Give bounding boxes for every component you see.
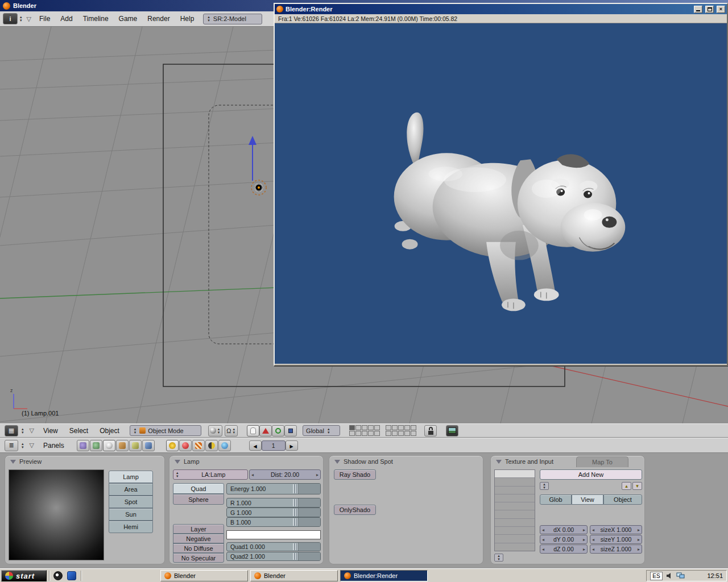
menu-view[interactable]: View bbox=[39, 427, 63, 435]
buttons-window-type-selector[interactable] bbox=[5, 440, 18, 451]
lamp-object[interactable] bbox=[249, 136, 266, 195]
texture-panel-header[interactable]: Texture and Input Map To bbox=[491, 456, 644, 467]
panel-collapse-icon[interactable] bbox=[334, 460, 340, 464]
texture-channel-list[interactable] bbox=[494, 469, 535, 551]
sizey-field[interactable]: sizeY 1.000 bbox=[590, 535, 642, 544]
lamp-id-stepper[interactable] bbox=[175, 471, 180, 478]
sizex-field[interactable]: sizeX 1.000 bbox=[590, 525, 642, 534]
dy-field[interactable]: dY 0.00 bbox=[540, 535, 588, 544]
lamp-type-lamp-button[interactable]: Lamp bbox=[109, 471, 153, 483]
texture-channel-slot[interactable] bbox=[495, 494, 535, 502]
sphere-toggle[interactable]: Sphere bbox=[173, 494, 224, 505]
frame-number-field[interactable]: 1 bbox=[262, 440, 286, 451]
dz-field[interactable]: dZ 0.00 bbox=[540, 544, 588, 554]
screen-selector[interactable]: SR:2-Model bbox=[203, 14, 262, 24]
speaker-icon[interactable] bbox=[666, 572, 673, 579]
add-new-texture-button[interactable]: Add New bbox=[540, 469, 642, 480]
increment-arrow-icon[interactable] bbox=[638, 527, 640, 533]
lamp-type-spot-button[interactable]: Spot bbox=[109, 496, 153, 508]
quad2-slider[interactable]: Quad2 1.000 bbox=[226, 552, 321, 561]
texture-channel-slot[interactable] bbox=[495, 510, 535, 518]
lamp-buttons-button[interactable] bbox=[166, 440, 179, 451]
texture-channel-slot[interactable] bbox=[495, 519, 535, 527]
frame-back-button[interactable] bbox=[249, 440, 262, 451]
orientation-selector[interactable]: Global bbox=[303, 425, 340, 436]
texture-channel-slot[interactable] bbox=[495, 502, 535, 510]
frame-forward-button[interactable] bbox=[286, 440, 298, 451]
dx-field[interactable]: dX 0.00 bbox=[540, 525, 588, 534]
texture-channel-slot[interactable] bbox=[495, 535, 535, 543]
sizez-field[interactable]: sizeZ 1.000 bbox=[590, 544, 642, 554]
radiosity-buttons-button[interactable] bbox=[205, 440, 218, 451]
slider-knob[interactable] bbox=[293, 553, 298, 560]
lamp-id-field[interactable]: LA:Lamp bbox=[173, 469, 248, 480]
no-diffuse-toggle[interactable]: No Diffuse bbox=[173, 543, 224, 553]
increment-arrow-icon[interactable] bbox=[316, 472, 318, 477]
task-button-blender-2[interactable]: Blender bbox=[250, 570, 338, 581]
coord-glob-button[interactable]: Glob bbox=[540, 494, 572, 505]
language-indicator[interactable]: ES bbox=[650, 572, 663, 580]
buttons-window-stepper[interactable] bbox=[20, 442, 25, 449]
maximize-button[interactable] bbox=[705, 6, 714, 13]
world-buttons-button[interactable] bbox=[218, 440, 231, 451]
close-button[interactable] bbox=[717, 6, 725, 13]
map-to-tab[interactable]: Map To bbox=[576, 456, 628, 467]
increment-arrow-icon[interactable] bbox=[638, 547, 640, 552]
scale-manipulator-button[interactable] bbox=[284, 425, 297, 436]
lamp-panel-header[interactable]: Lamp bbox=[169, 456, 323, 467]
screen-selector-stepper[interactable] bbox=[206, 15, 211, 22]
negative-toggle[interactable]: Negative bbox=[173, 534, 224, 543]
dist-field[interactable]: Dist: 20.00 bbox=[249, 469, 321, 480]
header-collapse-icon[interactable] bbox=[24, 15, 34, 23]
menu-game[interactable]: Game bbox=[114, 15, 142, 23]
slider-knob[interactable] bbox=[293, 484, 298, 493]
increment-arrow-icon[interactable] bbox=[583, 547, 585, 552]
start-button[interactable]: start bbox=[1, 570, 47, 581]
quick-launch-icon-1[interactable] bbox=[53, 571, 63, 580]
no-specular-toggle[interactable]: No Specular bbox=[173, 553, 224, 563]
red-slider[interactable]: R 1.000 bbox=[226, 498, 321, 508]
quad1-slider[interactable]: Quad1 0.000 bbox=[226, 542, 321, 551]
panel-collapse-icon[interactable] bbox=[10, 460, 16, 464]
render-preview-button[interactable] bbox=[446, 425, 458, 436]
move-channel-down-button[interactable] bbox=[632, 482, 642, 490]
menu-object[interactable]: Object bbox=[95, 427, 124, 435]
viewport-collapse-icon[interactable] bbox=[27, 427, 36, 434]
menu-help[interactable]: Help bbox=[176, 15, 199, 23]
editing-context-button[interactable] bbox=[129, 440, 142, 451]
texture-buttons-button[interactable] bbox=[192, 440, 205, 451]
manipulator-toggle-button[interactable] bbox=[247, 425, 259, 436]
network-icon[interactable] bbox=[676, 572, 685, 579]
lamp-color-swatch[interactable] bbox=[226, 530, 321, 539]
move-channel-up-button[interactable] bbox=[622, 482, 631, 490]
ray-shadow-toggle[interactable]: Ray Shado bbox=[334, 469, 376, 480]
lamp-type-area-button[interactable]: Area bbox=[109, 483, 153, 496]
rotate-manipulator-button[interactable] bbox=[272, 425, 284, 436]
shading-context-button[interactable] bbox=[103, 440, 115, 451]
texture-channel-slot[interactable] bbox=[495, 470, 535, 478]
draw-type-selector[interactable] bbox=[208, 425, 223, 436]
layer-toggle[interactable]: Layer bbox=[173, 524, 224, 534]
menu-render[interactable]: Render bbox=[143, 15, 174, 23]
task-button-blender-render[interactable]: Blender:Render bbox=[340, 570, 428, 581]
menu-timeline[interactable]: Timeline bbox=[78, 15, 113, 23]
preview-panel-header[interactable]: Preview bbox=[5, 456, 164, 467]
buttons-collapse-icon[interactable] bbox=[27, 442, 36, 449]
increment-arrow-icon[interactable] bbox=[638, 537, 640, 542]
menu-panels[interactable]: Panels bbox=[39, 442, 69, 450]
slider-knob[interactable] bbox=[293, 509, 298, 516]
window-type-stepper[interactable] bbox=[19, 15, 23, 22]
translate-manipulator-button[interactable] bbox=[259, 425, 272, 436]
slider-knob[interactable] bbox=[293, 499, 298, 506]
texture-channel-slot[interactable] bbox=[495, 487, 535, 494]
render-window-titlebar[interactable]: Blender:Render bbox=[275, 4, 727, 14]
task-button-blender-1[interactable]: Blender bbox=[160, 570, 248, 581]
scene-context-button[interactable] bbox=[142, 440, 155, 451]
quad-toggle[interactable]: Quad bbox=[173, 483, 224, 494]
menu-select[interactable]: Select bbox=[65, 427, 93, 435]
coord-object-button[interactable]: Object bbox=[603, 494, 642, 505]
texture-stepper[interactable] bbox=[540, 482, 549, 490]
translate-manipulator-z-arrow[interactable] bbox=[249, 136, 257, 145]
script-context-button[interactable] bbox=[90, 440, 102, 451]
pivot-selector[interactable] bbox=[225, 425, 238, 436]
